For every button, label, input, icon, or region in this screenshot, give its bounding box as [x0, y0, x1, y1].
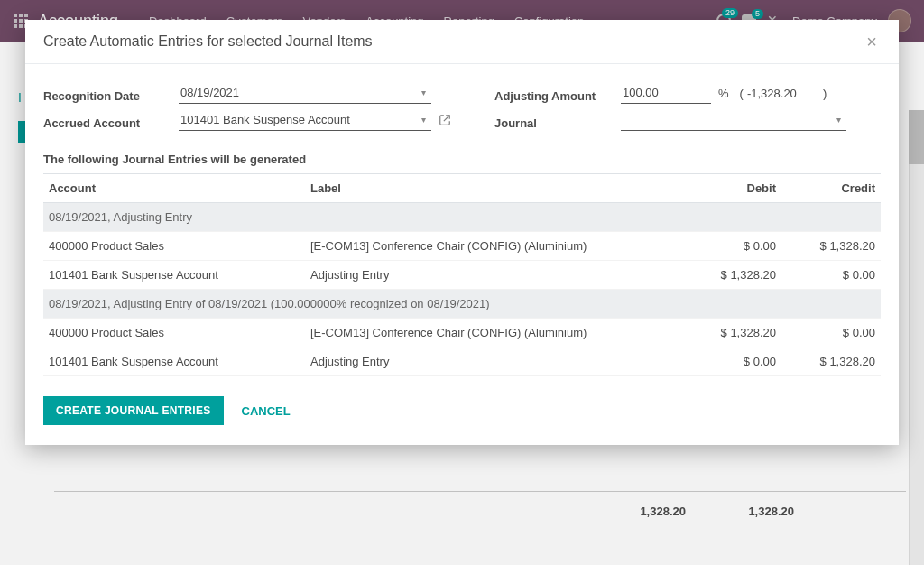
- col-label: Label: [305, 174, 682, 203]
- create-journal-entries-button[interactable]: CREATE JOURNAL ENTRIES: [43, 396, 224, 425]
- preview-group-header: 08/19/2021, Adjusting Entry: [43, 203, 881, 232]
- cell-credit: $ 0.00: [781, 319, 881, 347]
- cell-credit: $ 1,328.20: [781, 347, 881, 376]
- chevron-down-icon[interactable]: ▾: [416, 115, 431, 125]
- cell-label: Adjusting Entry: [305, 347, 682, 376]
- cell-debit: $ 1,328.20: [682, 319, 781, 347]
- accrued-account-label: Accrued Account: [43, 111, 179, 130]
- adjusting-amount-total: -1,328.20: [747, 87, 819, 100]
- create-automatic-entries-modal: Create Automatic Entries for selected Jo…: [25, 20, 899, 445]
- adjusting-amount-input[interactable]: [621, 82, 711, 103]
- recognition-date-label: Recognition Date: [43, 84, 179, 103]
- close-icon[interactable]: ×: [863, 32, 881, 51]
- table-row: 101401 Bank Suspense AccountAdjusting En…: [43, 347, 881, 376]
- cell-debit: $ 0.00: [682, 232, 781, 261]
- cell-label: Adjusting Entry: [305, 261, 682, 290]
- paren-close: ): [819, 87, 830, 100]
- col-account: Account: [43, 174, 305, 203]
- cell-account: 400000 Product Sales: [43, 232, 305, 261]
- preview-group-header: 08/19/2021, Adjusting Entry of 08/19/202…: [43, 290, 881, 319]
- cell-account: 101401 Bank Suspense Account: [43, 347, 305, 376]
- adjusting-amount-label: Adjusting Amount: [494, 84, 621, 103]
- cell-credit: $ 1,328.20: [781, 232, 881, 261]
- accrued-account-input[interactable]: [179, 109, 416, 130]
- modal-title: Create Automatic Entries for selected Jo…: [43, 33, 373, 50]
- preview-table: Account Label Debit Credit 08/19/2021, A…: [43, 173, 881, 376]
- col-credit: Credit: [781, 174, 881, 203]
- col-debit: Debit: [682, 174, 781, 203]
- cell-debit: $ 0.00: [682, 347, 781, 376]
- paren-open: (: [736, 87, 747, 100]
- table-row: 400000 Product Sales[E-COM13] Conference…: [43, 319, 881, 347]
- chevron-down-icon[interactable]: ▾: [831, 115, 846, 125]
- chevron-down-icon[interactable]: ▾: [416, 88, 431, 97]
- cell-debit: $ 1,328.20: [682, 261, 781, 290]
- cancel-button[interactable]: CANCEL: [240, 397, 292, 425]
- recognition-date-input[interactable]: [179, 82, 416, 103]
- preview-section-title: The following Journal Entries will be ge…: [43, 153, 881, 166]
- percent-sign: %: [718, 87, 729, 100]
- journal-label: Journal: [494, 111, 621, 130]
- cell-credit: $ 0.00: [781, 261, 881, 290]
- cell-account: 400000 Product Sales: [43, 319, 305, 347]
- cell-account: 101401 Bank Suspense Account: [43, 261, 305, 290]
- journal-input[interactable]: [621, 109, 831, 130]
- table-row: 101401 Bank Suspense AccountAdjusting En…: [43, 261, 881, 290]
- table-row: 400000 Product Sales[E-COM13] Conference…: [43, 232, 881, 261]
- cell-label: [E-COM13] Conference Chair (CONFIG) (Alu…: [305, 232, 682, 261]
- cell-label: [E-COM13] Conference Chair (CONFIG) (Alu…: [305, 319, 682, 347]
- external-link-icon[interactable]: [439, 114, 451, 127]
